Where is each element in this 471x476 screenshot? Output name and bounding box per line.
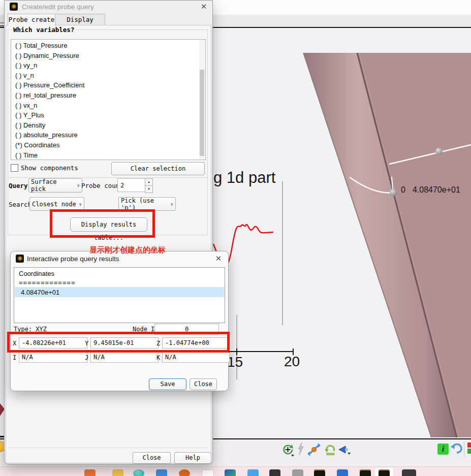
z-label: Z <box>156 340 160 347</box>
info-icon[interactable]: i <box>437 443 449 455</box>
taskbar-app-icon[interactable] <box>360 469 371 476</box>
tab-display-style[interactable]: Display style <box>55 14 105 25</box>
taskbar-app-icon[interactable] <box>179 469 190 476</box>
i-label: I <box>13 354 16 361</box>
probe-point-label: 04.08470e+01 <box>401 185 460 195</box>
list-item[interactable]: ( ) rel_total_pressure <box>11 90 205 101</box>
i-field[interactable]: N/A <box>19 352 87 363</box>
taskbar-app-icon[interactable] <box>314 469 325 476</box>
annotation-note: 显示刚才创建点的坐标 <box>89 245 166 255</box>
help-button[interactable]: Help <box>174 452 211 464</box>
undo-icon[interactable] <box>450 441 463 457</box>
clipped-ui-fragment <box>0 436 4 437</box>
results-list-header: Coordinates <box>19 270 54 277</box>
probe-line-upper <box>389 145 471 164</box>
taskbar-app-icon[interactable] <box>202 469 214 476</box>
scrollbar[interactable] <box>199 40 205 159</box>
results-list-value[interactable]: 4.08470e+01 <box>21 289 59 296</box>
axis-tick-label-20: 20 <box>284 354 300 370</box>
x-field[interactable]: -4.08226e+01 <box>19 337 87 348</box>
list-item[interactable]: ( ) Density <box>11 120 205 131</box>
pick-mode-select[interactable]: Pick (use 'p') ∨ <box>118 197 176 211</box>
list-item[interactable]: ( ) Time <box>11 150 205 160</box>
j-field[interactable]: N/A <box>90 352 159 363</box>
list-item[interactable]: ( ) absolute_pressure <box>11 130 205 140</box>
taskbar-app-icon[interactable] <box>225 469 236 476</box>
clipped-part-label: g 1d part <box>213 169 275 187</box>
probe-sphere <box>390 189 397 196</box>
scrollbar-thumb[interactable] <box>200 70 204 156</box>
list-item[interactable]: ( ) Y_Plus <box>11 110 205 120</box>
zoom-reset-icon[interactable] <box>281 442 295 457</box>
clipped-ui-fragment <box>0 22 4 23</box>
type-label: Type: XYZ <box>14 326 47 333</box>
variables-list[interactable]: ( ) Total_Pressure ( ) Dynamic_Pressure … <box>11 39 206 160</box>
list-item[interactable]: ( ) v_n <box>11 71 205 81</box>
clear-selection-button[interactable]: Clear selection <box>111 162 205 175</box>
taskbar-app-icon[interactable] <box>156 469 167 476</box>
node-id-field[interactable]: 0 <box>154 324 219 335</box>
model-groove-line <box>357 53 457 437</box>
variables-group-label: Which variables? <box>12 26 76 34</box>
display-results-table-button[interactable]: Display results table... <box>70 217 147 232</box>
k-field[interactable]: N/A <box>162 352 230 363</box>
model-groove-highlight <box>359 53 459 437</box>
ensight-logo-icon: ✺ <box>10 3 18 11</box>
save-button[interactable]: Save <box>149 378 186 390</box>
taskbar-app-icon[interactable] <box>112 469 123 476</box>
taskbar-app-icon[interactable] <box>337 469 348 476</box>
undo-transform-icon[interactable] <box>324 442 337 456</box>
dialog-titlebar[interactable]: ✺ Create/edit probe query ✕ <box>5 1 212 14</box>
y-field[interactable]: 9.45015e-01 <box>90 337 159 348</box>
chevron-down-icon: ∨ <box>79 202 82 207</box>
show-components-label: Show components <box>21 164 78 172</box>
list-item[interactable]: ( ) Pressure_Coefficient <box>11 80 205 90</box>
close-button[interactable]: Close <box>133 452 171 464</box>
button-separator <box>9 448 208 448</box>
taskbar-app-icon[interactable] <box>84 469 96 476</box>
probe-count-input[interactable]: 2 <box>117 178 149 192</box>
z-field[interactable]: -1.04774e+00 <box>162 337 230 348</box>
probe-count-stepper[interactable]: ▲ ▼ <box>145 178 153 192</box>
probe-point-value: 4.08470e+01 <box>405 185 460 194</box>
list-item-selected[interactable]: (*) Coordinates <box>11 140 205 150</box>
probe-point-id: 0 <box>401 185 405 194</box>
list-item[interactable]: ( ) vy_n <box>11 60 205 71</box>
taskbar-app-icon[interactable] <box>133 469 144 476</box>
probe-query-dialog: ✺ Create/edit probe query ✕ Probe create… <box>4 0 213 464</box>
close-icon[interactable]: ✕ <box>199 2 208 11</box>
taskbar-app-icon[interactable] <box>292 469 303 476</box>
stepper-up-icon[interactable]: ▲ <box>145 178 153 186</box>
model-silhouette-edge <box>303 53 431 437</box>
list-item[interactable]: ( ) Dynamic_Pressure <box>11 51 205 61</box>
move-parts-icon[interactable] <box>307 442 321 457</box>
search-type-select[interactable]: Closest node ∨ <box>29 197 84 211</box>
dialog-title: Interactive probe query results <box>27 255 119 263</box>
lightning-icon[interactable] <box>297 442 304 456</box>
taskbar-app-icon[interactable] <box>269 469 280 476</box>
query-type-value: Surface pick <box>31 178 75 193</box>
tab-probe-create[interactable]: Probe create <box>8 14 55 26</box>
taskbar-app-icon[interactable] <box>402 469 416 476</box>
close-icon[interactable]: ✕ <box>214 254 223 263</box>
list-item[interactable]: ( ) Total_Pressure <box>11 41 205 51</box>
stepper-down-icon[interactable]: ▼ <box>145 186 153 193</box>
dialog-title: Create/edit probe query <box>22 3 94 11</box>
toolbar-divider <box>464 442 464 457</box>
k-label: K <box>156 354 160 361</box>
show-components-checkbox[interactable] <box>11 164 18 172</box>
close-button[interactable]: Close <box>190 378 217 390</box>
results-list[interactable]: Coordinates ============= 4.08470e+01 <box>14 267 225 323</box>
taskbar-app-icon[interactable] <box>379 469 390 476</box>
probe-results-dialog: ✺ Interactive probe query results ✕ Coor… <box>10 251 229 391</box>
view-direction-icon[interactable] <box>337 443 352 456</box>
probe-line-connector <box>392 177 393 190</box>
query-type-select[interactable]: Surface pick ∨ <box>28 178 82 193</box>
query-label: Query <box>9 182 28 189</box>
chevron-down-icon: ∨ <box>77 183 80 188</box>
results-list-separator: ============= <box>19 279 76 287</box>
taskbar-app-icon[interactable] <box>247 469 259 476</box>
ensight-logo-icon: ✺ <box>16 255 24 263</box>
clipped-icon-fragment <box>467 449 471 454</box>
list-item[interactable]: ( ) vx_n <box>11 101 205 111</box>
